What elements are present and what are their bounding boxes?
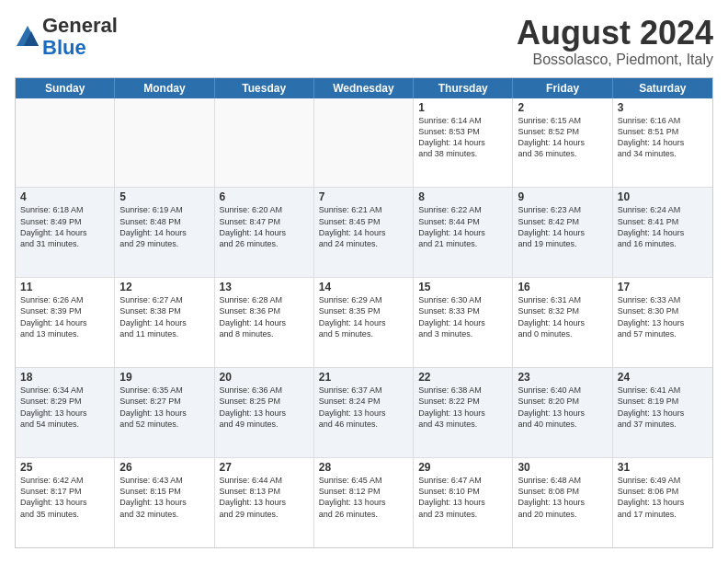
- day-number: 14: [319, 281, 408, 293]
- day-number: 5: [119, 190, 209, 203]
- calendar-row-4: 18Sunrise: 6:34 AM Sunset: 8:29 PM Dayli…: [16, 367, 712, 457]
- header-day-wednesday: Wednesday: [314, 78, 414, 98]
- day-number: 20: [220, 371, 309, 384]
- day-number: 24: [618, 371, 708, 384]
- day-info: Sunrise: 6:18 AM Sunset: 8:49 PM Dayligh…: [20, 204, 109, 249]
- header-day-sunday: Sunday: [16, 78, 115, 98]
- day-info: Sunrise: 6:23 AM Sunset: 8:42 PM Dayligh…: [518, 204, 607, 249]
- day-cell-2: 2Sunrise: 6:15 AM Sunset: 8:52 PM Daylig…: [513, 98, 612, 188]
- day-info: Sunrise: 6:21 AM Sunset: 8:45 PM Dayligh…: [319, 204, 408, 249]
- day-number: 25: [20, 461, 109, 474]
- day-cell-16: 16Sunrise: 6:31 AM Sunset: 8:32 PM Dayli…: [513, 278, 612, 367]
- day-number: 13: [220, 281, 309, 293]
- logo: General Blue: [15, 15, 118, 59]
- day-info: Sunrise: 6:24 AM Sunset: 8:41 PM Dayligh…: [618, 204, 708, 249]
- day-info: Sunrise: 6:31 AM Sunset: 8:32 PM Dayligh…: [518, 294, 607, 339]
- day-info: Sunrise: 6:33 AM Sunset: 8:30 PM Dayligh…: [618, 294, 708, 339]
- day-info: Sunrise: 6:41 AM Sunset: 8:19 PM Dayligh…: [618, 385, 708, 430]
- calendar: SundayMondayTuesdayWednesdayThursdayFrid…: [15, 77, 713, 548]
- day-cell-11: 11Sunrise: 6:26 AM Sunset: 8:39 PM Dayli…: [16, 278, 115, 367]
- day-number: 16: [518, 281, 607, 293]
- day-number: 12: [119, 281, 209, 293]
- page: General Blue August 2024 Bossolasco, Pie…: [0, 0, 728, 563]
- day-info: Sunrise: 6:40 AM Sunset: 8:20 PM Dayligh…: [518, 385, 607, 430]
- day-info: Sunrise: 6:48 AM Sunset: 8:08 PM Dayligh…: [518, 475, 607, 520]
- day-cell-29: 29Sunrise: 6:47 AM Sunset: 8:10 PM Dayli…: [414, 458, 513, 547]
- empty-cell: [115, 98, 214, 188]
- day-cell-9: 9Sunrise: 6:23 AM Sunset: 8:42 PM Daylig…: [513, 188, 612, 277]
- day-number: 10: [618, 190, 708, 203]
- day-number: 17: [618, 281, 708, 293]
- day-cell-14: 14Sunrise: 6:29 AM Sunset: 8:35 PM Dayli…: [314, 278, 414, 367]
- day-info: Sunrise: 6:36 AM Sunset: 8:25 PM Dayligh…: [220, 385, 309, 430]
- logo-general-text: General: [42, 14, 118, 37]
- day-number: 18: [20, 371, 109, 384]
- header-day-monday: Monday: [115, 78, 214, 98]
- calendar-row-3: 11Sunrise: 6:26 AM Sunset: 8:39 PM Dayli…: [16, 277, 712, 367]
- calendar-body: 1Sunrise: 6:14 AM Sunset: 8:53 PM Daylig…: [16, 98, 712, 547]
- title-block: August 2024 Bossolasco, Piedmont, Italy: [517, 15, 713, 68]
- day-info: Sunrise: 6:38 AM Sunset: 8:22 PM Dayligh…: [418, 385, 507, 430]
- header-day-thursday: Thursday: [414, 78, 513, 98]
- calendar-row-2: 4Sunrise: 6:18 AM Sunset: 8:49 PM Daylig…: [16, 187, 712, 277]
- day-info: Sunrise: 6:37 AM Sunset: 8:24 PM Dayligh…: [319, 385, 408, 430]
- day-number: 22: [418, 371, 507, 384]
- day-info: Sunrise: 6:49 AM Sunset: 8:06 PM Dayligh…: [618, 475, 708, 520]
- day-cell-10: 10Sunrise: 6:24 AM Sunset: 8:41 PM Dayli…: [613, 188, 712, 277]
- day-number: 1: [418, 101, 507, 114]
- empty-cell: [215, 98, 314, 188]
- day-cell-21: 21Sunrise: 6:37 AM Sunset: 8:24 PM Dayli…: [314, 368, 414, 457]
- logo-blue-text: Blue: [42, 36, 86, 59]
- day-cell-22: 22Sunrise: 6:38 AM Sunset: 8:22 PM Dayli…: [414, 368, 513, 457]
- day-cell-15: 15Sunrise: 6:30 AM Sunset: 8:33 PM Dayli…: [414, 278, 513, 367]
- day-info: Sunrise: 6:15 AM Sunset: 8:52 PM Dayligh…: [518, 115, 607, 160]
- day-number: 8: [418, 190, 507, 203]
- logo-icon: [15, 24, 40, 50]
- day-number: 28: [319, 461, 408, 474]
- header-day-tuesday: Tuesday: [215, 78, 314, 98]
- day-number: 31: [618, 461, 708, 474]
- day-info: Sunrise: 6:16 AM Sunset: 8:51 PM Dayligh…: [618, 115, 708, 160]
- day-cell-1: 1Sunrise: 6:14 AM Sunset: 8:53 PM Daylig…: [414, 98, 513, 188]
- day-info: Sunrise: 6:47 AM Sunset: 8:10 PM Dayligh…: [418, 475, 507, 520]
- day-number: 27: [220, 461, 309, 474]
- day-number: 7: [319, 190, 408, 203]
- day-number: 6: [220, 190, 309, 203]
- day-info: Sunrise: 6:43 AM Sunset: 8:15 PM Dayligh…: [119, 475, 209, 520]
- day-cell-20: 20Sunrise: 6:36 AM Sunset: 8:25 PM Dayli…: [215, 368, 314, 457]
- day-info: Sunrise: 6:35 AM Sunset: 8:27 PM Dayligh…: [119, 385, 209, 430]
- day-number: 30: [518, 461, 607, 474]
- day-number: 29: [418, 461, 507, 474]
- day-cell-8: 8Sunrise: 6:22 AM Sunset: 8:44 PM Daylig…: [414, 188, 513, 277]
- day-info: Sunrise: 6:22 AM Sunset: 8:44 PM Dayligh…: [418, 204, 507, 249]
- day-number: 19: [119, 371, 209, 384]
- day-cell-19: 19Sunrise: 6:35 AM Sunset: 8:27 PM Dayli…: [115, 368, 214, 457]
- empty-cell: [16, 98, 115, 188]
- day-number: 15: [418, 281, 507, 293]
- day-cell-3: 3Sunrise: 6:16 AM Sunset: 8:51 PM Daylig…: [613, 98, 712, 188]
- day-info: Sunrise: 6:30 AM Sunset: 8:33 PM Dayligh…: [418, 294, 507, 339]
- location: Bossolasco, Piedmont, Italy: [517, 52, 713, 68]
- day-number: 2: [518, 101, 607, 114]
- day-info: Sunrise: 6:34 AM Sunset: 8:29 PM Dayligh…: [20, 385, 109, 430]
- day-cell-7: 7Sunrise: 6:21 AM Sunset: 8:45 PM Daylig…: [314, 188, 414, 277]
- day-cell-13: 13Sunrise: 6:28 AM Sunset: 8:36 PM Dayli…: [215, 278, 314, 367]
- day-number: 4: [20, 190, 109, 203]
- day-info: Sunrise: 6:29 AM Sunset: 8:35 PM Dayligh…: [319, 294, 408, 339]
- month-title: August 2024: [517, 15, 713, 52]
- day-cell-24: 24Sunrise: 6:41 AM Sunset: 8:19 PM Dayli…: [613, 368, 712, 457]
- day-info: Sunrise: 6:44 AM Sunset: 8:13 PM Dayligh…: [220, 475, 309, 520]
- day-info: Sunrise: 6:19 AM Sunset: 8:48 PM Dayligh…: [119, 204, 209, 249]
- day-cell-28: 28Sunrise: 6:45 AM Sunset: 8:12 PM Dayli…: [314, 458, 414, 547]
- day-cell-6: 6Sunrise: 6:20 AM Sunset: 8:47 PM Daylig…: [215, 188, 314, 277]
- day-cell-31: 31Sunrise: 6:49 AM Sunset: 8:06 PM Dayli…: [613, 458, 712, 547]
- day-cell-18: 18Sunrise: 6:34 AM Sunset: 8:29 PM Dayli…: [16, 368, 115, 457]
- day-number: 21: [319, 371, 408, 384]
- day-cell-12: 12Sunrise: 6:27 AM Sunset: 8:38 PM Dayli…: [115, 278, 214, 367]
- empty-cell: [314, 98, 414, 188]
- header-day-saturday: Saturday: [613, 78, 712, 98]
- day-cell-4: 4Sunrise: 6:18 AM Sunset: 8:49 PM Daylig…: [16, 188, 115, 277]
- day-number: 23: [518, 371, 607, 384]
- day-cell-5: 5Sunrise: 6:19 AM Sunset: 8:48 PM Daylig…: [115, 188, 214, 277]
- calendar-row-5: 25Sunrise: 6:42 AM Sunset: 8:17 PM Dayli…: [16, 457, 712, 547]
